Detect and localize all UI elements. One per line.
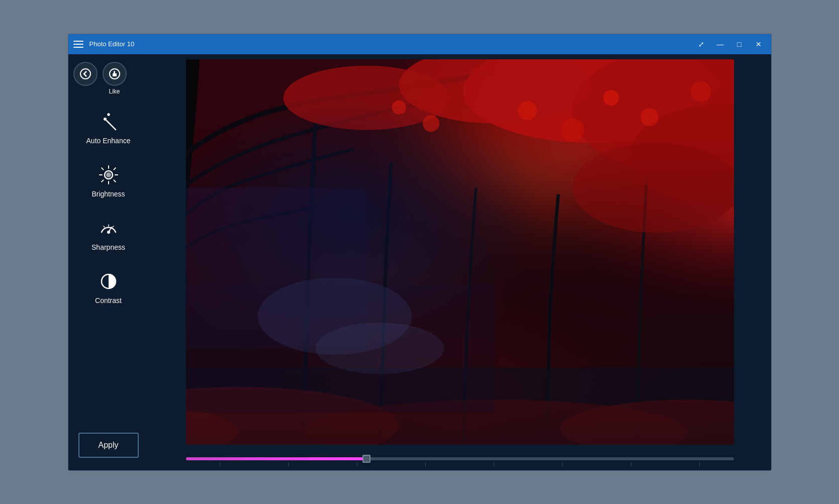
back-button[interactable] (73, 62, 98, 86)
svg-rect-26 (186, 59, 734, 445)
svg-rect-52 (186, 284, 495, 413)
svg-point-24 (107, 231, 110, 234)
svg-point-17 (106, 172, 111, 177)
svg-line-14 (114, 180, 116, 182)
svg-point-39 (399, 59, 592, 124)
tool-contrast[interactable]: Contrast (76, 265, 141, 309)
app-window: Photo Editor 10 ⤢ — □ ✕ (68, 34, 772, 471)
slider-area (186, 452, 734, 465)
titlebar: Photo Editor 10 ⤢ — □ ✕ (68, 34, 771, 54)
like-button[interactable] (103, 62, 127, 86)
sidebar: Like (68, 54, 149, 470)
svg-line-15 (114, 168, 116, 170)
like-container: Like (103, 62, 127, 95)
svg-line-16 (102, 180, 104, 182)
tool-label-sharpness: Sharpness (91, 243, 125, 251)
svg-point-53 (257, 277, 412, 354)
svg-point-48 (690, 81, 711, 102)
svg-point-0 (80, 69, 90, 79)
svg-point-37 (463, 59, 720, 143)
apply-button[interactable]: Apply (78, 433, 139, 458)
content-area (149, 54, 771, 470)
svg-rect-31 (186, 59, 734, 445)
svg-rect-27 (186, 59, 734, 445)
wand-icon (98, 112, 120, 134)
svg-point-40 (630, 104, 733, 207)
sun-icon (97, 163, 121, 187)
svg-line-21 (104, 226, 105, 227)
slider-track[interactable] (186, 457, 734, 460)
svg-point-46 (603, 90, 619, 106)
svg-point-7 (104, 118, 107, 121)
tool-brightness[interactable]: Brightness (76, 159, 141, 202)
svg-point-47 (640, 108, 659, 126)
svg-line-22 (113, 226, 114, 227)
svg-point-38 (572, 59, 733, 175)
photo-overlay (186, 59, 734, 445)
close-button[interactable]: ✕ (751, 38, 766, 50)
minimize-button[interactable]: — (713, 38, 728, 50)
svg-rect-28 (186, 59, 734, 445)
photo-canvas (186, 59, 734, 445)
contrast-icon (97, 269, 121, 293)
hamburger-icon[interactable] (73, 41, 83, 48)
window-controls: ⤢ — □ ✕ (694, 38, 766, 50)
svg-point-54 (315, 323, 444, 374)
expand-button[interactable]: ⤢ (694, 38, 709, 50)
svg-point-36 (186, 406, 238, 445)
svg-point-43 (572, 143, 733, 233)
tool-label-brightness: Brightness (91, 190, 125, 198)
svg-rect-51 (186, 187, 367, 348)
svg-rect-29 (186, 59, 734, 445)
svg-point-41 (707, 65, 734, 155)
svg-line-13 (102, 168, 104, 170)
svg-point-33 (186, 386, 399, 444)
svg-point-42 (283, 65, 450, 130)
maximize-button[interactable]: □ (732, 38, 747, 50)
main-area: Like (68, 54, 771, 470)
like-label: Like (109, 88, 120, 95)
window-title: Photo Editor 10 (89, 40, 694, 48)
svg-rect-30 (186, 59, 734, 445)
svg-point-50 (392, 100, 406, 114)
svg-point-45 (561, 118, 584, 141)
slider-fill (186, 457, 367, 460)
svg-point-35 (560, 399, 734, 444)
svg-point-44 (518, 101, 537, 120)
svg-rect-32 (186, 367, 734, 444)
photo-image (186, 59, 734, 445)
tool-sharpness[interactable]: Sharpness (76, 212, 141, 255)
tool-auto-enhance[interactable]: Auto Enhance (76, 108, 141, 149)
tool-label-contrast: Contrast (95, 296, 122, 305)
top-actions: Like (68, 59, 132, 97)
tool-label-auto-enhance: Auto Enhance (86, 137, 131, 145)
svg-line-6 (107, 121, 116, 130)
slider-thumb[interactable] (362, 455, 370, 463)
gauge-icon (97, 216, 121, 240)
svg-point-34 (302, 399, 688, 444)
svg-point-49 (422, 115, 439, 132)
